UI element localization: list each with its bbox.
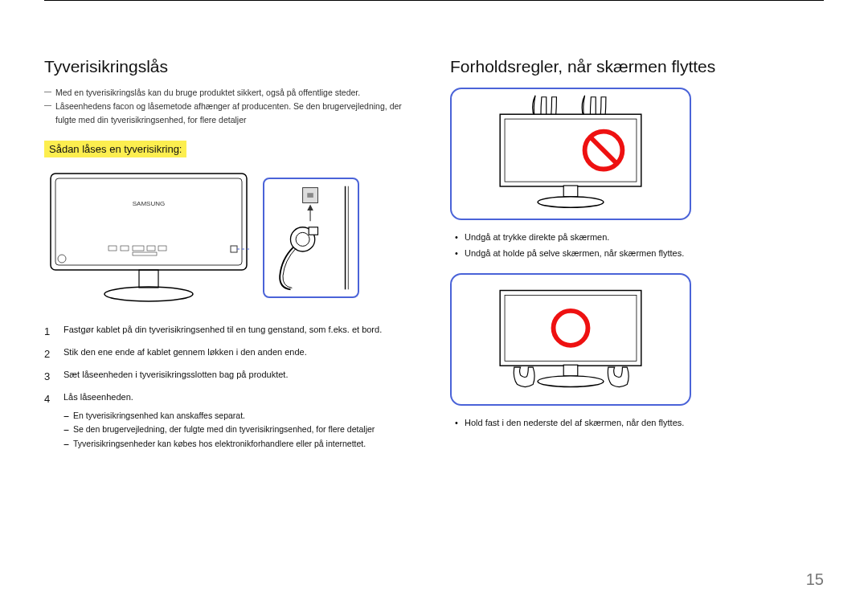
right-column: Forholdsregler, når skærmen flyttes Undg…	[450, 57, 824, 458]
left-column: Tyverisikringslås Med en tyverisikringsl…	[44, 57, 418, 458]
permit-bullet-1: Hold fast i den nederste del af skærmen,…	[450, 415, 824, 431]
permit-bullets: Hold fast i den nederste del af skærmen,…	[450, 415, 824, 431]
svg-rect-20	[309, 227, 317, 235]
step-3: Sæt låseenheden i tyverisikringsslotten …	[44, 367, 418, 383]
svg-rect-5	[133, 246, 144, 251]
step-4-sub-1: En tyverisikringsenhed kan anskaffes sep…	[63, 409, 418, 423]
lock-steps: Fastgør kablet på din tyverisikringsenhe…	[44, 322, 418, 452]
step-4-text: Lås låseenheden.	[63, 392, 133, 402]
svg-point-12	[104, 287, 193, 301]
prohibit-bullets: Undgå at trykke direkte på skærmen. Undg…	[450, 230, 824, 262]
svg-rect-9	[231, 246, 237, 252]
lock-subheading: Sådan låses en tyverisikring:	[44, 141, 186, 157]
svg-point-26	[538, 197, 604, 208]
prohibit-bullet-2: Undgå at holde på selve skærmen, når skæ…	[450, 246, 824, 262]
svg-rect-4	[121, 246, 129, 251]
svg-rect-6	[147, 246, 155, 251]
svg-rect-3	[108, 246, 117, 251]
svg-text:SAMSUNG: SAMSUNG	[133, 200, 165, 207]
step-2: Stik den ene ende af kablet gennem løkke…	[44, 345, 418, 361]
permit-illustration	[450, 273, 691, 406]
page-number: 15	[806, 570, 824, 589]
svg-point-32	[538, 375, 604, 386]
svg-rect-24	[505, 119, 637, 182]
lock-figure: SAMSUNG	[44, 167, 418, 308]
svg-rect-30	[505, 295, 637, 361]
prohibit-bullet-1: Undgå at trykke direkte på skærmen.	[450, 230, 824, 246]
svg-rect-7	[158, 246, 166, 251]
step-4-sub-2: Se den brugervejledning, der fulgte med …	[63, 423, 418, 437]
svg-rect-25	[563, 186, 578, 197]
step-4-sub-3: Tyverisikringsenheder kan købes hos elek…	[63, 437, 418, 452]
step-4: Lås låseenheden. En tyverisikringsenhed …	[44, 390, 418, 452]
prohibit-illustration	[450, 88, 691, 220]
svg-rect-15	[307, 193, 313, 198]
svg-marker-17	[307, 204, 313, 210]
svg-rect-31	[563, 365, 578, 376]
note-1: Med en tyverisikringslås kan du bruge pr…	[44, 86, 418, 100]
move-precautions-heading: Forholdsregler, når skærmen flyttes	[450, 57, 824, 76]
anti-theft-heading: Tyverisikringslås	[44, 57, 418, 76]
svg-rect-11	[139, 270, 158, 288]
note-2: Låseenhedens facon og låsemetode afhænge…	[44, 100, 418, 127]
svg-rect-8	[133, 252, 157, 255]
step-1: Fastgør kablet på din tyverisikringsenhe…	[44, 322, 418, 338]
monitor-back-illustration: SAMSUNG	[44, 167, 253, 308]
lock-zoom-illustration	[263, 178, 359, 298]
svg-point-13	[58, 255, 66, 263]
